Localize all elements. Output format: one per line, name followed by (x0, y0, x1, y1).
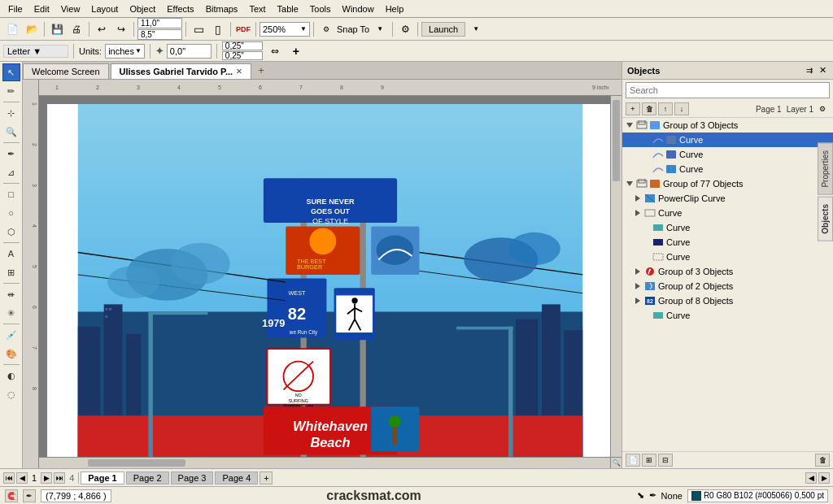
layer-curve5[interactable]: Curve (622, 220, 833, 235)
print-button[interactable]: 🖨 (68, 20, 85, 38)
menu-item-window[interactable]: Window (338, 2, 379, 15)
pdf-button[interactable]: PDF (234, 20, 252, 38)
tab-close-icon[interactable]: ✕ (236, 67, 242, 76)
launch-button[interactable]: Launch (421, 22, 465, 37)
layer-curve1[interactable]: Curve (622, 133, 833, 147)
layer-curve4[interactable]: Curve (622, 206, 833, 220)
select-tool[interactable]: ↖ (2, 63, 20, 81)
menu-item-view[interactable]: View (56, 2, 85, 15)
snap-dropdown-btn[interactable]: ▼ (371, 20, 389, 38)
panel-delete-btn[interactable]: 🗑 (815, 454, 830, 467)
h-scrollbar-thumb[interactable] (88, 459, 185, 467)
units-dropdown[interactable]: inches ▼ (105, 44, 145, 59)
launch-arrow-btn[interactable]: ▼ (467, 20, 485, 38)
layer-curve2[interactable]: Curve (622, 147, 833, 162)
rect-tool[interactable]: □ (2, 185, 20, 203)
redo-button[interactable]: ↪ (112, 20, 130, 38)
x-input[interactable] (167, 44, 212, 59)
properties-tab[interactable]: Properties (818, 143, 833, 195)
menu-item-tools[interactable]: Tools (305, 2, 336, 15)
height-field[interactable] (137, 29, 182, 40)
lock-ratio-btn[interactable]: ⇔ (266, 42, 284, 60)
layer-group2[interactable]: Group of 2 Objects (622, 279, 833, 293)
search-input[interactable] (626, 82, 830, 98)
canvas-page[interactable]: SURE NEVER GOES OUT OF STYLE THE BEST BU… (47, 104, 613, 460)
zoom-dropdown[interactable]: ▼ (259, 22, 310, 37)
delete-layer-btn[interactable]: 🗑 (642, 102, 656, 115)
menu-item-edit[interactable]: Edit (29, 2, 55, 15)
panel-group-btn[interactable]: ⊞ (642, 454, 656, 467)
expand-group3b[interactable] (634, 267, 642, 276)
zoom-input[interactable] (263, 24, 299, 34)
move-up-btn[interactable]: ↑ (658, 102, 673, 115)
panel-ungroup-btn[interactable]: ⊟ (658, 454, 673, 467)
width-field[interactable] (137, 18, 182, 28)
new-button[interactable]: 📄 (3, 20, 21, 38)
layer-curve7[interactable]: Curve (622, 250, 833, 264)
panel-new-btn[interactable]: 📄 (626, 454, 640, 467)
menu-item-effects[interactable]: Effects (162, 2, 198, 15)
landscape-button[interactable]: ▯ (209, 20, 227, 38)
crop-tool[interactable]: ⊹ (2, 104, 20, 122)
zoom-corner-btn[interactable]: 🔍 (610, 457, 621, 468)
tab-welcome[interactable]: Welcome Screen (23, 63, 109, 79)
page-tab-1[interactable]: Page 1 (81, 471, 124, 484)
open-button[interactable]: 📂 (23, 20, 41, 38)
save-button[interactable]: 💾 (48, 20, 66, 38)
layer-group3[interactable]: Group of 3 Objects (622, 118, 833, 133)
pen-tool-btn[interactable]: ✒ (23, 489, 36, 502)
plus-btn[interactable]: + (287, 42, 305, 60)
v-scrollbar[interactable] (610, 96, 621, 457)
last-page-btn[interactable]: ⏭ (54, 472, 65, 484)
snap-icon-btn[interactable]: 🧲 (5, 489, 18, 502)
layer-group3b[interactable]: Group of 3 Objects (622, 264, 833, 279)
panel-close-btn[interactable]: ✕ (817, 65, 828, 76)
move-down-btn[interactable]: ↓ (674, 102, 689, 115)
add-page-btn[interactable]: + (259, 471, 273, 484)
expand-group2[interactable] (634, 282, 642, 290)
x2-input[interactable] (222, 51, 263, 60)
menu-item-text[interactable]: Text (244, 2, 270, 15)
zoom-tool[interactable]: 🔍 (2, 123, 20, 141)
expand-group8[interactable] (634, 297, 642, 305)
snap-options-button[interactable]: ⚙ (317, 20, 335, 38)
expand-powerclip[interactable] (634, 194, 642, 202)
page-tab-2[interactable]: Page 2 (126, 471, 169, 484)
fill-tool[interactable]: ◐ (2, 367, 20, 385)
smart-fill-tool[interactable]: ⊿ (2, 163, 20, 181)
outline-tool[interactable]: ◌ (2, 385, 20, 403)
dimension-tool[interactable]: ⇺ (2, 285, 20, 303)
paint-tool[interactable]: 🎨 (2, 345, 20, 363)
curve-tool[interactable]: ✒ (2, 145, 20, 163)
panel-expand-btn[interactable]: ⇉ (804, 65, 815, 76)
eyedropper-tool[interactable]: 💉 (2, 326, 20, 344)
menu-item-table[interactable]: Table (273, 2, 303, 15)
prev-page-btn[interactable]: ◀ (16, 472, 28, 484)
expand-curve4[interactable] (634, 209, 642, 217)
layer-curve3[interactable]: Curve (622, 162, 833, 176)
next-page-btn[interactable]: ▶ (41, 472, 52, 484)
ellipse-tool[interactable]: ○ (2, 204, 20, 222)
scroll-right-btn[interactable]: ▶ (818, 472, 830, 484)
h-scrollbar[interactable] (39, 457, 610, 468)
table-tool[interactable]: ⊞ (2, 263, 20, 281)
layer-group8[interactable]: 82 Group of 8 Objects (622, 293, 833, 308)
menu-item-help[interactable]: Help (381, 2, 409, 15)
settings-button[interactable]: ⚙ (396, 20, 414, 38)
tab-document[interactable]: Ulisses Gabriel Tarvido P... ✕ (111, 63, 252, 79)
expand-group3[interactable] (626, 121, 634, 129)
layer-curve8[interactable]: Curve (622, 308, 833, 323)
layer-powerclip[interactable]: PowerClip Curve (622, 191, 833, 206)
page-tab-3[interactable]: Page 3 (171, 471, 214, 484)
interactive-tool[interactable]: ✳ (2, 304, 20, 322)
expand-group77[interactable] (626, 180, 634, 188)
scroll-left-btn[interactable]: ◀ (805, 472, 817, 484)
menu-item-object[interactable]: Object (124, 2, 160, 15)
portrait-button[interactable]: ▭ (190, 20, 207, 38)
menu-item-layout[interactable]: Layout (86, 2, 123, 15)
page-tab-4[interactable]: Page 4 (215, 471, 258, 484)
page-size-selector[interactable]: Letter ▼ (3, 45, 68, 58)
menu-item-file[interactable]: File (3, 2, 28, 15)
menu-item-bitmaps[interactable]: Bitmaps (201, 2, 243, 15)
first-page-btn[interactable]: ⏮ (3, 472, 15, 484)
